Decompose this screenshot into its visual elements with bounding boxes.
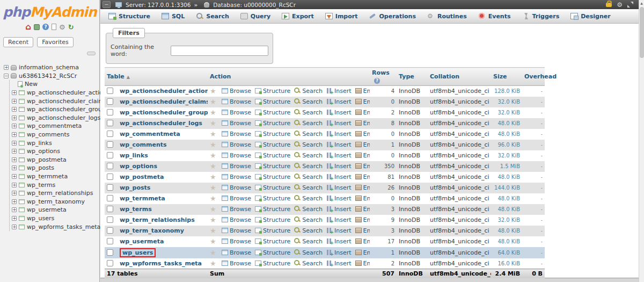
tree-item-wp_actionscheduler_logs[interactable]: +wp_actionscheduler_logs (12, 114, 99, 122)
tree-item-wp_term_relationships[interactable]: +wp_term_relationships (12, 189, 99, 198)
row-checkbox[interactable] (107, 260, 113, 266)
action-search-link[interactable]: Search (294, 152, 323, 159)
table-name-link[interactable]: wp_postmeta (120, 173, 164, 180)
action-browse-link[interactable]: Browse (222, 195, 251, 202)
action-browse-link[interactable]: Browse (222, 163, 251, 170)
row-checkbox[interactable] (107, 120, 113, 126)
action-browse-link[interactable]: Browse (222, 173, 251, 180)
favorite-star-icon[interactable]: ★ (210, 141, 216, 149)
expand-icon[interactable]: + (12, 141, 17, 146)
favorite-star-icon[interactable]: ★ (210, 194, 216, 203)
action-browse-link[interactable]: Browse (222, 141, 251, 148)
action-structure-link[interactable]: Structure (255, 216, 290, 223)
panel-resize-handle[interactable] (87, 52, 96, 55)
table-name-link[interactable]: wp_users (122, 249, 153, 256)
action-structure-link[interactable]: Structure (255, 98, 290, 105)
favorite-star-icon[interactable]: ★ (210, 259, 216, 267)
action-browse-link[interactable]: Browse (222, 227, 251, 234)
favorite-star-icon[interactable]: ★ (210, 151, 216, 160)
tree-item-wp_links[interactable]: +wp_links (12, 139, 99, 147)
action-empty-link[interactable]: Empty (355, 216, 370, 223)
action-browse-link[interactable]: Browse (222, 249, 251, 256)
action-search-link[interactable]: Search (294, 184, 323, 191)
favorite-star-icon[interactable]: ★ (210, 162, 216, 170)
action-search-link[interactable]: Search (294, 206, 323, 213)
row-checkbox[interactable] (107, 131, 113, 137)
tree-item-wp_postmeta[interactable]: +wp_postmeta (12, 156, 99, 164)
action-search-link[interactable]: Search (294, 238, 323, 245)
collapse-icon[interactable]: − (4, 74, 9, 78)
action-structure-link[interactable]: Structure (255, 163, 290, 170)
action-insert-link[interactable]: Insert (326, 227, 352, 234)
action-structure-link[interactable]: Structure (255, 195, 290, 202)
tab-search[interactable]: Search (191, 9, 236, 23)
action-insert-link[interactable]: Insert (326, 238, 352, 245)
table-name-link[interactable]: wp_links (120, 152, 148, 159)
documentation-icon[interactable] (52, 24, 56, 30)
action-insert-link[interactable]: Insert (326, 163, 352, 170)
page-settings-gear-icon[interactable]: ⚙ (617, 2, 623, 8)
action-empty-link[interactable]: Empty (355, 163, 370, 170)
breadcrumb-database[interactable]: Database: u00000000_RcSCr (213, 2, 296, 8)
scrollbar-thumb[interactable] (640, 7, 644, 58)
action-insert-link[interactable]: Insert (326, 98, 352, 105)
action-empty-link[interactable]: Empty (355, 131, 370, 138)
tree-item-information_schema[interactable]: +information_schema (4, 63, 99, 72)
row-checkbox[interactable] (107, 173, 113, 180)
action-search-link[interactable]: Search (294, 163, 323, 170)
help-icon[interactable]: ? (42, 24, 49, 30)
table-name-link[interactable]: wp_wpforms_tasks_meta (120, 260, 202, 267)
action-insert-link[interactable]: Insert (326, 141, 352, 148)
action-empty-link[interactable]: Empty (355, 88, 370, 95)
table-name-link[interactable]: wp_actionscheduler_groups (120, 109, 208, 116)
row-checkbox[interactable] (107, 227, 113, 234)
tab-sql[interactable]: SQL (157, 9, 191, 23)
table-name-link[interactable]: wp_posts (120, 184, 150, 191)
favorite-star-icon[interactable]: ★ (210, 205, 216, 213)
expand-icon[interactable]: + (12, 225, 17, 229)
action-browse-link[interactable]: Browse (222, 206, 251, 213)
favorite-star-icon[interactable]: ★ (210, 87, 216, 95)
tree-item-wp_comments[interactable]: +wp_comments (12, 131, 99, 139)
tab-routines[interactable]: Routines (422, 9, 473, 23)
action-empty-link[interactable]: Empty (355, 260, 370, 267)
action-insert-link[interactable]: Insert (326, 216, 352, 223)
action-insert-link[interactable]: Insert (326, 260, 352, 267)
action-structure-link[interactable]: Structure (255, 206, 290, 213)
action-search-link[interactable]: Search (294, 195, 323, 202)
column-header-collation[interactable]: Collation (428, 68, 491, 86)
expand-icon[interactable]: + (12, 216, 17, 221)
tab-recent[interactable]: Recent (3, 37, 33, 47)
action-empty-link[interactable]: Empty (355, 227, 370, 234)
favorite-star-icon[interactable]: ★ (210, 119, 216, 127)
action-empty-link[interactable]: Empty (355, 249, 370, 256)
table-name-link[interactable]: wp_options (120, 163, 157, 170)
table-name-link[interactable]: wp_comments (120, 141, 167, 148)
action-browse-link[interactable]: Browse (222, 120, 251, 127)
row-checkbox[interactable] (107, 109, 113, 115)
action-insert-link[interactable]: Insert (326, 184, 352, 191)
tab-favorites[interactable]: Favorites (37, 37, 74, 47)
column-header-table[interactable]: Table▲ (105, 68, 208, 86)
action-search-link[interactable]: Search (294, 249, 323, 256)
action-insert-link[interactable]: Insert (326, 195, 352, 202)
table-name-link[interactable]: wp_commentmeta (120, 131, 180, 138)
action-insert-link[interactable]: Insert (326, 173, 352, 180)
column-header-rows[interactable]: Rows? (370, 68, 397, 86)
action-browse-link[interactable]: Browse (222, 238, 251, 245)
table-name-link[interactable]: wp_term_taxonomy (120, 227, 184, 234)
favorite-star-icon[interactable]: ★ (210, 237, 216, 245)
table-name-link[interactable]: wp_actionscheduler_claims (120, 98, 208, 105)
tree-item-wp_actionscheduler_actions[interactable]: +wp_actionscheduler_actions (12, 89, 99, 97)
tree-item-wp_actionscheduler_groups[interactable]: +wp_actionscheduler_groups (12, 105, 99, 114)
column-header-type[interactable]: Type (397, 68, 428, 86)
logout-icon[interactable] (34, 24, 40, 30)
row-checkbox[interactable] (107, 216, 113, 223)
tree-item-u638613412_RcSCr[interactable]: −u638613412_RcSCr (4, 72, 99, 81)
action-structure-link[interactable]: Structure (255, 141, 290, 148)
action-structure-link[interactable]: Structure (255, 184, 290, 191)
table-name-link[interactable]: wp_termmeta (120, 195, 165, 202)
expand-icon[interactable]: + (12, 199, 17, 204)
row-checkbox[interactable] (107, 163, 113, 169)
maximize-icon[interactable] (627, 2, 633, 8)
